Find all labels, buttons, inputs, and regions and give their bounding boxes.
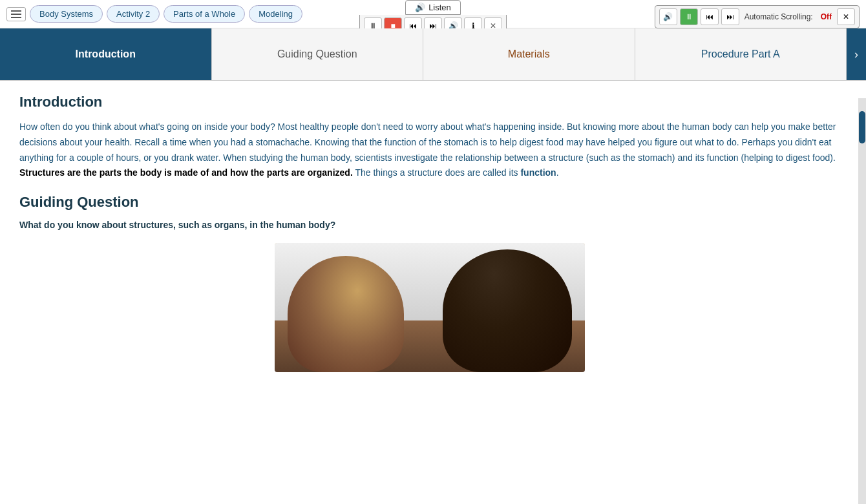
scroll-thumb <box>859 111 865 143</box>
guiding-question-section: Guiding Question What do you know about … <box>19 194 840 230</box>
close-icon: ✕ <box>843 12 849 21</box>
page-scrollbar[interactable] <box>858 98 866 504</box>
nav-tab-body-systems[interactable]: Body Systems <box>30 5 103 23</box>
structures-bold-text: Structures are the parts the body is mad… <box>19 167 353 178</box>
function-bold: function <box>520 167 556 178</box>
tab-introduction[interactable]: Introduction <box>0 28 212 80</box>
auto-scroll-label: Automatic Scrolling: <box>742 12 816 21</box>
students-image <box>275 243 585 372</box>
tab-procedure-part-a[interactable]: Procedure Part A <box>635 28 847 80</box>
nav-tab-activity2[interactable]: Activity 2 <box>107 5 160 23</box>
main-content: Introduction How often do you think abou… <box>0 81 866 487</box>
students-image-container <box>19 243 840 372</box>
content-tabs: Introduction Guiding Question Materials … <box>0 28 866 81</box>
tabs-next-button[interactable]: › <box>847 28 866 80</box>
guiding-question-title: Guiding Question <box>19 194 840 211</box>
intro-text-content: How often do you think about what's goin… <box>19 121 836 178</box>
introduction-title: Introduction <box>19 94 840 110</box>
right-toolbar: 🔊 ⏸ ⏮ ⏭ Automatic Scrolling: Off ✕ <box>655 5 860 28</box>
hamburger-button[interactable] <box>6 7 26 21</box>
guiding-question-text: What do you know about structures, such … <box>19 220 840 230</box>
nav-tab-parts-of-whole[interactable]: Parts of a Whole <box>164 5 245 23</box>
pause-icon: ⏸ <box>685 12 693 21</box>
listen-button[interactable]: 🔊 Listen <box>405 0 461 15</box>
nav-tab-modeling[interactable]: Modeling <box>249 5 302 23</box>
rt-back-button[interactable]: ⏮ <box>701 8 719 25</box>
auto-scroll-value: Off <box>818 12 834 21</box>
volume-icon: 🔊 <box>415 3 425 12</box>
tab-guiding-question[interactable]: Guiding Question <box>212 28 424 80</box>
back-icon: ⏮ <box>706 12 713 21</box>
tab-materials[interactable]: Materials <box>423 28 635 80</box>
rt-pause-button[interactable]: ⏸ <box>680 8 698 25</box>
volume-icon: 🔊 <box>663 12 673 21</box>
introduction-paragraph: How often do you think about what's goin… <box>19 120 840 181</box>
rt-forward-button[interactable]: ⏭ <box>721 8 739 25</box>
top-nav-bar: Body Systems Activity 2 Parts of a Whole… <box>0 0 866 28</box>
rt-volume-button[interactable]: 🔊 <box>659 8 677 25</box>
forward-icon: ⏭ <box>726 12 734 21</box>
rt-close-button[interactable]: ✕ <box>837 8 855 25</box>
